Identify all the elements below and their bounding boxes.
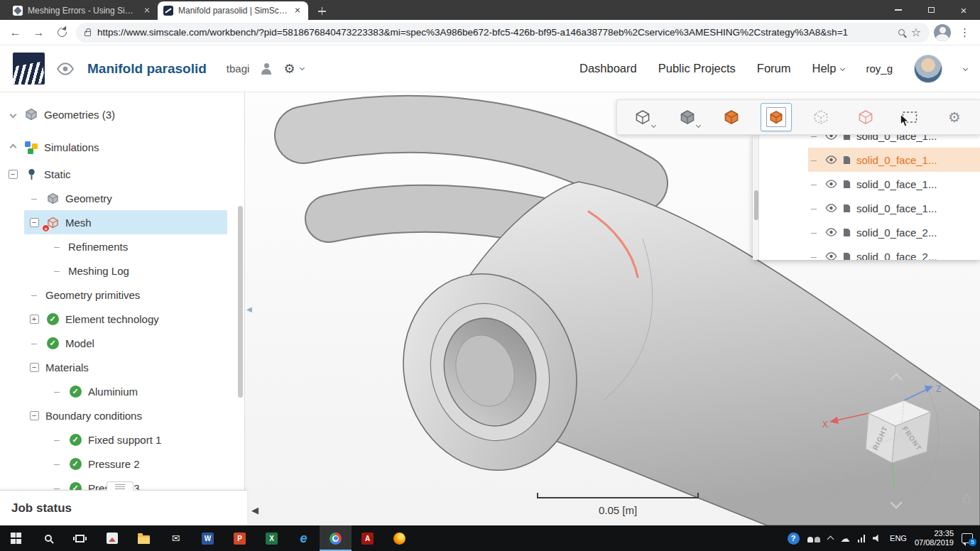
eye-icon[interactable] (825, 228, 837, 236)
task-view-icon[interactable] (64, 525, 96, 551)
app-photos-icon[interactable] (96, 525, 128, 551)
sidebar-collapse-arrow[interactable]: ◀ (246, 305, 252, 313)
collapse-toggle[interactable]: − (30, 218, 39, 227)
job-status-bar[interactable]: Job status (0, 490, 247, 525)
internet-explorer-icon[interactable]: e (288, 525, 320, 551)
3d-viewport[interactable]: ⚙ – solid_0_face_1... – (245, 92, 980, 525)
tree-item-geometry-primitives[interactable]: – Geometry primitives (0, 283, 244, 307)
cloud-icon[interactable]: ☁ (841, 533, 850, 544)
tab-close-icon[interactable] (293, 6, 303, 16)
file-explorer-icon[interactable] (128, 525, 160, 551)
help-icon[interactable]: ? (788, 533, 800, 545)
sidebar-scrollbar[interactable] (238, 206, 243, 398)
start-button[interactable] (0, 525, 32, 551)
volume-solid-select-button[interactable] (672, 103, 703, 131)
rotate-down-chevron[interactable] (891, 497, 903, 509)
tree-item-boundary-conditions[interactable]: − Boundary conditions (0, 403, 244, 427)
forward-button[interactable]: → (29, 23, 48, 42)
tree-item-geometry[interactable]: – Geometry (0, 186, 244, 210)
firefox-icon[interactable] (383, 525, 415, 551)
navigation-cube[interactable]: X Z RIGHT FRONT (815, 383, 964, 497)
face-panel-scrollbar[interactable] (753, 135, 759, 260)
chrome-icon[interactable] (320, 525, 352, 551)
language-indicator[interactable]: ENG (890, 534, 907, 542)
collapse-toggle[interactable]: − (30, 411, 39, 420)
face-list-item[interactable]: – solid_0_face_2... (753, 244, 980, 260)
clock[interactable]: 23:35 07/08/2019 (915, 529, 954, 547)
tree-item-meshing-log[interactable]: – Meshing Log (0, 258, 244, 283)
tree-item-model[interactable]: – ✓ Model (0, 331, 244, 355)
tree-item-element-technology[interactable]: + ✓ Element technology (0, 307, 244, 331)
powerpoint-icon[interactable]: P (224, 525, 256, 551)
eye-icon[interactable] (825, 156, 837, 164)
simscale-logo[interactable] (13, 53, 45, 84)
nav-forum[interactable]: Forum (757, 62, 791, 75)
back-button[interactable]: ← (6, 23, 25, 42)
eye-icon[interactable] (825, 204, 837, 212)
tree-item-geometries[interactable]: Geometries (3) (0, 102, 244, 126)
volume-outline-select-button[interactable] (627, 103, 658, 131)
username[interactable]: roy_g (866, 62, 893, 75)
minimize-button[interactable] (882, 0, 915, 20)
face-list-item[interactable]: – solid_0_face_1... (753, 135, 980, 148)
browser-profile-avatar[interactable] (934, 24, 951, 41)
chevron-down-icon[interactable] (963, 66, 968, 71)
face-list-item[interactable]: – solid_0_face_2... (753, 220, 980, 244)
zoom-icon[interactable] (898, 29, 905, 36)
reload-button[interactable] (53, 23, 72, 42)
word-icon[interactable]: W (192, 525, 224, 551)
nav-help[interactable]: Help (812, 62, 845, 75)
vertex-select-button[interactable] (805, 103, 837, 131)
browser-tab-1[interactable]: Meshing Errors - Using SimScale (7, 1, 158, 20)
tree-item-static[interactable]: − Static (0, 162, 244, 186)
maximize-button[interactable] (915, 0, 947, 20)
network-icon[interactable] (858, 535, 866, 542)
collapse-toggle[interactable]: − (9, 170, 18, 179)
face-list-item[interactable]: – solid_0_face_1... (753, 172, 980, 196)
chevron-down-icon[interactable] (299, 65, 304, 70)
face-select-button[interactable] (716, 103, 747, 131)
eye-icon[interactable] (825, 180, 837, 188)
mail-icon[interactable]: ✉ (160, 525, 192, 551)
tree-item-materials[interactable]: − Materials (0, 355, 244, 379)
face-box-select-button-active[interactable] (761, 103, 792, 131)
user-avatar[interactable] (914, 55, 942, 83)
face-list-item[interactable]: – solid_0_face_1... (753, 196, 980, 220)
search-icon[interactable] (32, 525, 64, 551)
expand-toggle[interactable]: + (30, 315, 39, 324)
nav-public-projects[interactable]: Public Projects (658, 62, 736, 75)
collapse-toggle[interactable]: − (30, 363, 39, 372)
chevron-down-icon[interactable] (7, 112, 18, 117)
action-center-icon[interactable]: 5 (962, 533, 973, 543)
edge-highlight-select-button[interactable] (850, 103, 881, 131)
person-icon[interactable] (261, 63, 272, 75)
acrobat-icon[interactable]: A (352, 525, 383, 551)
nav-dashboard[interactable]: Dashboard (579, 62, 637, 75)
eye-icon[interactable] (825, 252, 837, 260)
panel-drag-handle[interactable] (107, 481, 134, 491)
tree-item-simulations[interactable]: Simulations (0, 135, 244, 159)
address-bar[interactable]: https://www.simscale.com/workbench/?pid=… (76, 23, 930, 43)
tree-item-refinements[interactable]: – Refinements (0, 234, 244, 258)
new-tab-button[interactable] (314, 3, 331, 20)
chevron-up-icon[interactable] (7, 145, 18, 150)
tab-close-icon[interactable] (142, 6, 152, 16)
selection-settings-button[interactable]: ⚙ (939, 103, 970, 131)
panel-collapse-arrow[interactable]: ◀ (251, 505, 258, 515)
face-list-item-selected[interactable]: – solid_0_face_1... (808, 148, 980, 172)
hidden-icons-chevron[interactable] (827, 536, 834, 543)
tree-item-mesh[interactable]: − × Mesh (24, 210, 227, 234)
people-icon[interactable] (807, 534, 820, 542)
close-button[interactable]: × (947, 0, 980, 20)
tree-item-aluminium[interactable]: – ✓ Aluminium (0, 379, 244, 403)
browser-tab-2[interactable]: Manifold parasolid | SimScale We (158, 1, 308, 20)
volume-icon[interactable] (873, 534, 882, 542)
bookmark-star-icon[interactable]: ☆ (911, 26, 921, 39)
eye-icon[interactable] (825, 135, 837, 140)
tree-item-fixed-support-1[interactable]: – ✓ Fixed support 1 (0, 427, 244, 452)
box-select-button[interactable] (894, 103, 925, 131)
tree-item-pressure-2[interactable]: – ✓ Pressure 2 (0, 452, 244, 476)
gear-icon[interactable]: ⚙ (283, 61, 295, 77)
eye-icon[interactable] (56, 62, 75, 75)
excel-icon[interactable]: X (256, 525, 288, 551)
